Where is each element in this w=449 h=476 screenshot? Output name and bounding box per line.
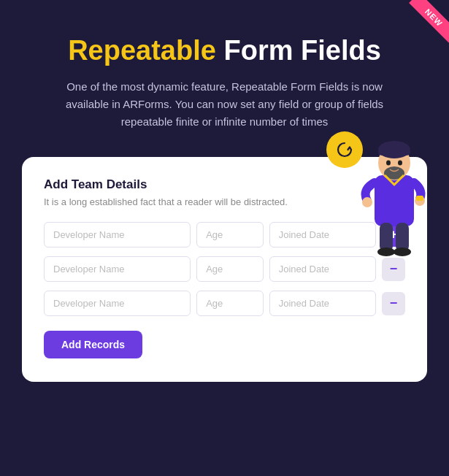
- remove-row-button-1[interactable]: −: [382, 258, 405, 281]
- title-rest: Form Fields: [216, 35, 381, 66]
- svg-rect-3: [378, 148, 410, 156]
- svg-point-11: [377, 247, 395, 256]
- date-field-2[interactable]: [269, 256, 376, 282]
- developer-name-field-2[interactable]: [44, 256, 191, 282]
- age-field-2[interactable]: [196, 256, 263, 282]
- form-row: +: [44, 222, 405, 247]
- age-field-1[interactable]: [196, 222, 263, 247]
- svg-point-7: [362, 197, 372, 207]
- developer-name-input-3[interactable]: [44, 291, 191, 316]
- character-illustration: [354, 113, 434, 259]
- developer-name-field-1[interactable]: [44, 222, 191, 247]
- card-title: Add Team Details: [44, 177, 405, 192]
- new-badge-label: NEW: [409, 0, 449, 42]
- developer-name-field-3[interactable]: [44, 291, 191, 316]
- svg-rect-0: [375, 175, 414, 226]
- svg-rect-13: [416, 196, 423, 201]
- refresh-icon: [326, 131, 363, 168]
- add-records-button[interactable]: Add Records: [44, 331, 142, 358]
- date-input-2[interactable]: [269, 256, 376, 282]
- svg-point-12: [394, 247, 411, 256]
- remove-row-button-2[interactable]: −: [382, 292, 405, 315]
- date-field-3[interactable]: [269, 291, 376, 316]
- title-highlight: Repeatable: [68, 35, 216, 66]
- developer-name-input-2[interactable]: [44, 256, 191, 282]
- page-title: Repeatable Form Fields: [44, 35, 405, 66]
- age-input-1[interactable]: [196, 222, 263, 247]
- new-badge: NEW: [396, 0, 449, 53]
- form-row: −: [44, 291, 405, 316]
- svg-point-5: [386, 161, 391, 166]
- age-field-3[interactable]: [196, 291, 263, 316]
- svg-point-6: [398, 161, 402, 166]
- card-subtitle: It is a long established fact that a rea…: [44, 196, 405, 207]
- date-input-3[interactable]: [269, 291, 376, 316]
- header-subtitle: One of the most dynamic feature, Repeata…: [50, 78, 400, 131]
- age-input-2[interactable]: [196, 256, 263, 282]
- age-input-3[interactable]: [196, 291, 263, 316]
- developer-name-input-1[interactable]: [44, 222, 191, 247]
- form-row: −: [44, 256, 405, 282]
- content-area: Add Team Details It is a long establishe…: [22, 157, 427, 382]
